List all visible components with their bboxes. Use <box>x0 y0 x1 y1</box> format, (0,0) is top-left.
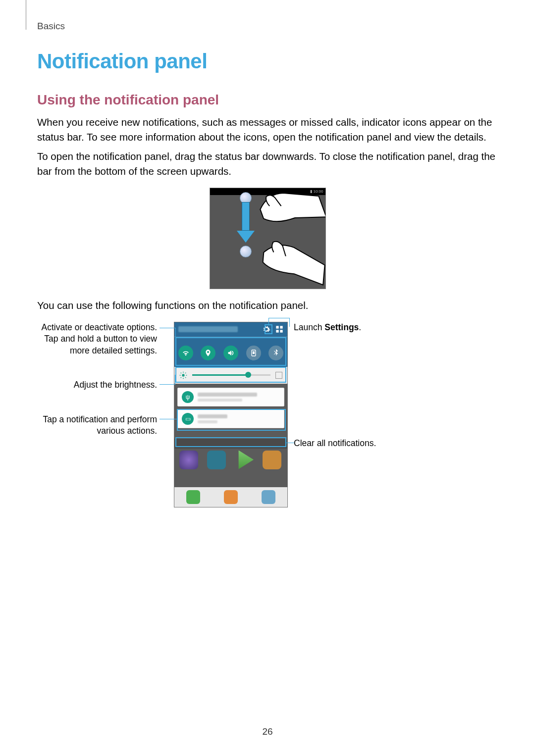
svg-rect-1 <box>280 326 282 328</box>
callout-line <box>175 328 176 337</box>
home-icons-row <box>174 449 287 487</box>
highlight-clear <box>175 437 286 447</box>
callout-clear-text: Clear all notifications. <box>294 438 418 450</box>
highlight-brightness <box>175 367 286 383</box>
paragraph-3: You can use the following functions on t… <box>37 298 498 313</box>
callout-line <box>160 328 175 328</box>
phone-app-icon <box>186 490 200 504</box>
app-icon <box>179 451 198 469</box>
apps-grid-icon <box>262 490 275 504</box>
callout-settings-text: Launch Settings. <box>294 322 418 334</box>
callout-settings-prefix: Launch <box>294 322 324 332</box>
app-icon <box>207 451 226 469</box>
callout-settings-suffix: . <box>359 322 361 332</box>
callout-line <box>160 419 177 419</box>
svg-rect-2 <box>276 330 278 332</box>
highlight-toggles <box>175 337 286 366</box>
highlight-notification <box>177 409 286 431</box>
svg-rect-0 <box>276 326 278 328</box>
paragraph-1: When you receive new notifications, such… <box>37 115 498 144</box>
callout-line <box>268 318 289 318</box>
callout-toggles-text: Activate or deactivate options. Tap and … <box>27 322 157 357</box>
chapter-label: Basics <box>37 21 65 32</box>
page-number: 26 <box>0 726 535 737</box>
figure-drag-gesture: ▮ 10:00 <box>210 188 326 289</box>
highlight-settings-button <box>265 324 272 334</box>
notification-card: ψ <box>177 388 284 406</box>
page-title: Notification panel <box>37 50 498 73</box>
contacts-app-icon <box>224 490 238 504</box>
page-content: Notification panel Using the notificatio… <box>37 50 498 531</box>
hand-bottom-icon <box>243 216 326 289</box>
callout-line <box>175 375 175 384</box>
section-subtitle: Using the notification panel <box>37 92 498 108</box>
app-icon <box>263 451 281 469</box>
callout-line <box>268 318 269 324</box>
callout-line <box>286 443 294 443</box>
figure-2-wrap: ψ ▭ <box>32 318 463 531</box>
usb-icon: ψ <box>182 391 194 403</box>
app-icon <box>235 451 254 469</box>
callout-line <box>289 318 290 327</box>
svg-rect-3 <box>280 330 282 332</box>
callout-line <box>160 384 175 385</box>
callout-settings-bold: Settings <box>324 322 359 332</box>
callout-notif-text: Tap a notification and perform various a… <box>27 414 157 437</box>
figure-1-wrap: ▮ 10:00 <box>37 188 498 289</box>
dock-row <box>174 487 287 507</box>
page-rule <box>26 0 26 30</box>
grid-icon <box>275 325 283 333</box>
paragraph-2: To open the notification panel, drag the… <box>37 149 498 178</box>
callout-brightness-text: Adjust the brightness. <box>52 379 157 391</box>
blurred-time <box>178 326 238 332</box>
